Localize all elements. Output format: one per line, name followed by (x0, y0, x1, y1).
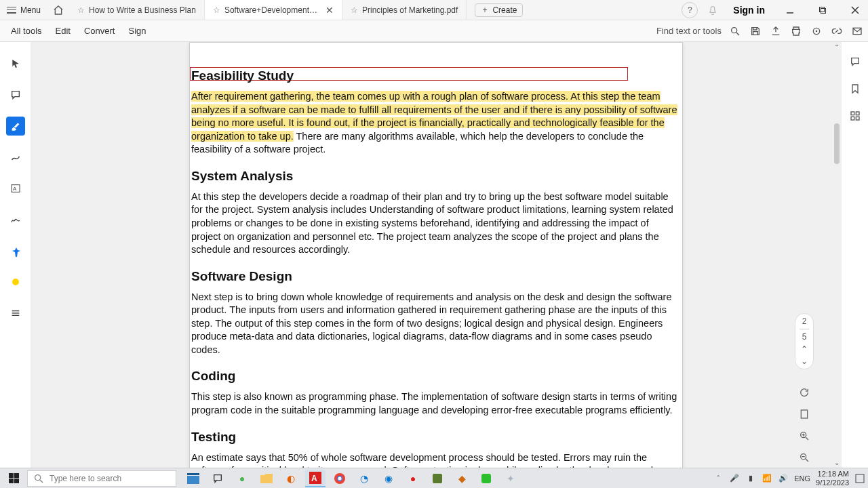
menu-edit[interactable]: Edit (49, 26, 77, 36)
create-button[interactable]: ＋ Create (475, 3, 523, 17)
home-button[interactable] (47, 0, 69, 20)
menu-convert[interactable]: Convert (77, 26, 122, 36)
document-canvas[interactable]: ⌃ ⌄ Feasibility Study After requirement … (31, 42, 841, 468)
folder-icon (260, 474, 273, 483)
tray-volume-icon[interactable]: 🔊 (778, 473, 789, 484)
window-close-button[interactable] (842, 0, 868, 20)
color-tool[interactable] (6, 272, 25, 291)
tray-lang[interactable]: ENG (794, 474, 810, 483)
tray-clock[interactable]: 12:18 AM 9/12/2023 (816, 470, 849, 486)
help-button[interactable]: ? (682, 2, 698, 18)
zoom-out-button[interactable] (797, 450, 812, 465)
page-icon (799, 409, 810, 420)
draw-tool[interactable] (6, 148, 25, 167)
taskbar-app-record[interactable]: ● (403, 470, 423, 487)
app-icon: ◐ (287, 473, 295, 484)
tab-label: Software+Development… (224, 5, 317, 15)
titlebar-right: ? Sign in (682, 0, 868, 20)
svg-rect-30 (187, 473, 199, 475)
start-button[interactable] (0, 468, 27, 488)
scrollbar-thumb[interactable] (834, 123, 840, 164)
aihelp-button[interactable] (810, 24, 823, 38)
select-tool[interactable] (6, 54, 25, 73)
tray-notifications-icon[interactable] (854, 473, 865, 484)
more-tools[interactable] (6, 304, 25, 323)
close-tab-button[interactable]: ✕ (326, 5, 334, 16)
refresh-button[interactable] (797, 385, 812, 400)
upload-icon (770, 26, 781, 37)
share-button[interactable] (769, 24, 783, 38)
taskbar-app-acrobat[interactable]: A (305, 470, 326, 487)
fit-page-button[interactable] (797, 407, 812, 422)
tray-battery-icon[interactable]: ▮ (745, 473, 756, 484)
bell-icon[interactable] (705, 2, 721, 18)
page-prev-button[interactable]: ⌃ (801, 344, 808, 354)
taskbar-app-wechat[interactable]: ● (232, 470, 252, 487)
section-body-system: At this step the developers decide a roa… (191, 190, 681, 257)
taskbar-app-explorer[interactable] (183, 470, 203, 487)
print-icon (791, 26, 802, 37)
taskbar-app-edge[interactable]: ◉ (378, 470, 399, 487)
page-navigator: 2 5 ⌃ ⌄ (795, 313, 814, 369)
search-placeholder: Type here to search (50, 474, 121, 483)
scroll-up-button[interactable]: ⌃ (834, 43, 840, 51)
window-maximize-button[interactable] (810, 0, 835, 20)
page-next-button[interactable]: ⌄ (801, 357, 808, 366)
tray-wifi-icon[interactable]: 📶 (762, 473, 772, 484)
current-page: 2 (802, 317, 807, 326)
chat-icon (212, 473, 223, 484)
taskbar-app-misc[interactable]: ✦ (500, 470, 521, 487)
plus-icon: ＋ (481, 4, 489, 16)
menu-all-tools[interactable]: All tools (4, 26, 49, 36)
bookmarks-panel-button[interactable] (848, 81, 863, 96)
svg-point-27 (35, 474, 41, 480)
find-button[interactable] (728, 24, 742, 38)
tray-mic-icon[interactable]: 🎤 (729, 473, 740, 484)
grid-panel-button[interactable] (848, 108, 863, 123)
page-content: Feasibility Study After requirement gath… (190, 68, 682, 468)
taskbar-app-line[interactable] (476, 470, 496, 487)
tab-marketing[interactable]: ☆ Principles of Marketing.pdf (342, 0, 467, 20)
comments-panel-button[interactable] (848, 54, 863, 69)
page-wrap: Feasibility Study After requirement gath… (189, 42, 684, 468)
menu-button[interactable]: Menu (0, 0, 47, 20)
section-title-system: System Analysis (191, 169, 681, 184)
search-icon (730, 26, 741, 37)
window-minimize-button[interactable] (777, 0, 803, 20)
taskbar-app-firefox[interactable]: ◐ (281, 470, 301, 487)
taskbar-app-edge-legacy[interactable]: ◔ (354, 470, 374, 487)
sign-tool[interactable] (6, 210, 25, 229)
tab-label: How to Write a Business Plan (89, 5, 196, 15)
more-lines-icon (10, 308, 21, 319)
taskbar-app-chrome[interactable] (330, 470, 350, 487)
signin-button[interactable]: Sign in (728, 5, 770, 16)
link-button[interactable] (830, 24, 844, 38)
svg-rect-15 (801, 410, 807, 418)
comment-tool[interactable] (6, 85, 25, 104)
zoom-in-button[interactable] (797, 428, 812, 443)
mail-button[interactable] (850, 24, 864, 38)
tab-business-plan[interactable]: ☆ How to Write a Business Plan (69, 0, 205, 20)
taskbar-app-orange[interactable]: ◆ (452, 470, 472, 487)
grid-icon (850, 110, 861, 121)
left-tool-rail: A (0, 42, 31, 468)
text-tool[interactable]: A (6, 179, 25, 198)
pin-tool[interactable] (6, 241, 25, 260)
print-button[interactable] (789, 24, 803, 38)
mail-icon (852, 26, 863, 37)
scroll-down-button[interactable]: ⌄ (834, 459, 840, 466)
svg-text:A: A (13, 186, 17, 192)
tab-software-development[interactable]: ☆ Software+Development… ✕ (205, 0, 342, 20)
section-title-feasibility: Feasibility Study (191, 68, 681, 83)
highlight-tool[interactable] (6, 117, 25, 136)
taskbar-app-chat[interactable] (208, 470, 228, 487)
app-icon: ● (410, 473, 416, 484)
menu-sign[interactable]: Sign (121, 26, 153, 36)
save-button[interactable] (749, 24, 762, 38)
tray-chevron-icon[interactable]: ˆ (713, 473, 724, 484)
taskbar-app-green[interactable] (427, 470, 448, 487)
taskbar-app-files[interactable] (256, 470, 277, 487)
taskbar-search[interactable]: Type here to search (27, 470, 176, 487)
svg-text:A: A (311, 474, 317, 483)
total-pages: 5 (802, 332, 807, 342)
